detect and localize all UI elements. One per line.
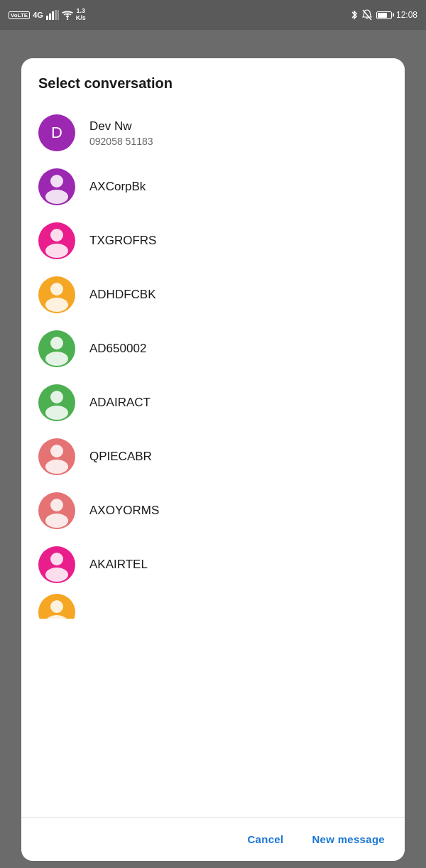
battery-icon <box>376 11 392 19</box>
contact-info: TXGROFRS <box>89 233 156 249</box>
signal-icon <box>46 10 59 20</box>
svg-point-12 <box>45 298 68 312</box>
contact-info: ADHDFCBK <box>89 287 156 303</box>
person-icon <box>38 384 75 421</box>
contact-info: AXCorpBk <box>89 179 146 195</box>
person-icon <box>38 330 75 367</box>
avatar: D <box>38 114 75 151</box>
svg-point-21 <box>50 553 63 565</box>
list-item[interactable]: AXCorpBk <box>21 160 405 214</box>
network-indicator: 4G <box>33 11 43 19</box>
person-icon <box>38 546 75 583</box>
contact-name: AXCorpBk <box>89 179 146 195</box>
svg-point-14 <box>45 352 68 366</box>
contact-number: 092058 51183 <box>89 136 153 147</box>
svg-rect-3 <box>55 10 57 20</box>
svg-point-17 <box>50 445 63 457</box>
svg-point-5 <box>67 18 68 19</box>
svg-point-15 <box>50 391 63 403</box>
avatar <box>38 276 75 313</box>
contact-name: AKAIRTEL <box>89 557 148 573</box>
contact-name: AD650002 <box>89 341 146 357</box>
list-item[interactable]: QPIECABR <box>21 430 405 484</box>
contact-info: AD650002 <box>89 341 146 357</box>
contact-info: AXOYORMS <box>89 503 159 519</box>
status-right: 12:08 <box>351 9 417 21</box>
svg-point-11 <box>50 283 63 295</box>
speed-indicator: 1.3K/s <box>76 8 86 22</box>
contact-name: AXOYORMS <box>89 503 159 519</box>
svg-point-10 <box>45 244 68 258</box>
list-item[interactable]: AKAIRTEL <box>21 538 405 592</box>
bottom-action-bar: Cancel New message <box>21 817 405 861</box>
avatar <box>38 492 75 529</box>
svg-point-24 <box>45 615 68 619</box>
avatar <box>38 438 75 475</box>
list-item[interactable]: D Dev Nw 092058 51183 <box>21 106 405 160</box>
conversation-list[interactable]: D Dev Nw 092058 51183 AXCorpBk <box>21 100 405 817</box>
person-icon <box>38 222 75 259</box>
list-item[interactable]: AD650002 <box>21 322 405 376</box>
bluetooth-icon <box>351 9 358 21</box>
person-icon <box>38 276 75 313</box>
dialog-card: Select conversation D Dev Nw 092058 5118… <box>21 58 405 861</box>
svg-rect-4 <box>58 10 59 20</box>
time-display: 12:08 <box>396 10 417 20</box>
person-icon <box>38 168 75 205</box>
svg-point-13 <box>50 337 63 349</box>
contact-info: ADAIRACT <box>89 395 151 411</box>
cancel-button[interactable]: Cancel <box>244 828 286 851</box>
list-item[interactable]: TXGROFRS <box>21 214 405 268</box>
list-item[interactable]: AXOYORMS <box>21 484 405 538</box>
contact-info: QPIECABR <box>89 449 152 465</box>
svg-point-8 <box>45 190 68 204</box>
contact-info: Dev Nw 092058 51183 <box>89 119 153 147</box>
svg-point-19 <box>50 499 63 511</box>
contact-name: ADAIRACT <box>89 395 151 411</box>
avatar <box>38 222 75 259</box>
wifi-icon <box>62 11 73 20</box>
avatar-partial <box>38 594 75 619</box>
list-item-partial[interactable] <box>21 592 405 619</box>
svg-rect-0 <box>46 16 48 20</box>
status-left: VoLTE 4G 1.3K/s <box>9 8 86 22</box>
avatar <box>38 546 75 583</box>
contact-name: TXGROFRS <box>89 233 156 249</box>
svg-point-20 <box>45 514 68 528</box>
status-bar: VoLTE 4G 1.3K/s <box>0 0 426 30</box>
dialog-title: Select conversation <box>21 58 405 100</box>
svg-point-7 <box>50 175 63 188</box>
person-icon <box>38 594 75 619</box>
svg-point-18 <box>45 460 68 474</box>
list-item[interactable]: ADHDFCBK <box>21 268 405 322</box>
bell-mute-icon <box>362 9 372 21</box>
svg-point-23 <box>50 600 63 613</box>
list-item[interactable]: ADAIRACT <box>21 376 405 430</box>
svg-point-9 <box>50 229 63 242</box>
avatar <box>38 168 75 205</box>
avatar <box>38 384 75 421</box>
svg-rect-2 <box>52 11 54 20</box>
contact-info: AKAIRTEL <box>89 557 148 573</box>
new-message-button[interactable]: New message <box>309 828 388 851</box>
contact-name: QPIECABR <box>89 449 152 465</box>
contact-name: Dev Nw <box>89 119 153 134</box>
volte-badge: VoLTE <box>9 11 30 19</box>
contact-name: ADHDFCBK <box>89 287 156 303</box>
person-icon <box>38 438 75 475</box>
avatar <box>38 330 75 367</box>
svg-point-16 <box>45 406 68 420</box>
person-icon <box>38 492 75 529</box>
svg-point-22 <box>45 568 68 582</box>
svg-rect-1 <box>49 13 51 20</box>
